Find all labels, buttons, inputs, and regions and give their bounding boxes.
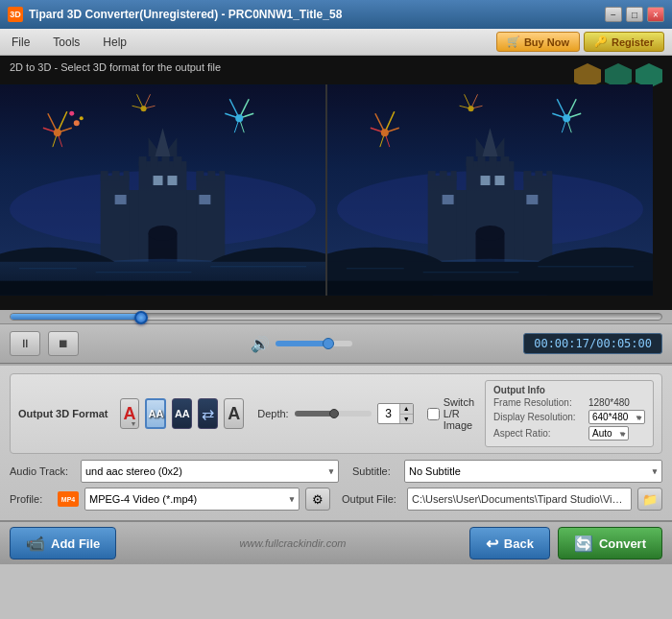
profile-select[interactable]: MPEG-4 Video (*.mp4) bbox=[84, 488, 300, 511]
display-resolution-label: Display Resolution: bbox=[493, 412, 585, 422]
back-button[interactable]: ↩ Back bbox=[469, 527, 550, 559]
svg-rect-36 bbox=[162, 156, 170, 166]
subtitle-select-wrapper[interactable]: No Subtitle ▼ bbox=[404, 460, 662, 483]
video-area: 2D to 3D - Select 3D format for the outp… bbox=[0, 56, 672, 310]
video-left bbox=[0, 84, 325, 296]
title-bar-left: 3D Tipard 3D Converter(Unregistered) - P… bbox=[8, 7, 342, 22]
svg-rect-88 bbox=[478, 156, 486, 166]
back-icon: ↩ bbox=[486, 535, 498, 553]
format-section: Output 3D Format A ▼ AA AA ⇄ A Depth: 3 bbox=[10, 373, 662, 454]
settings-button[interactable]: ⚙ bbox=[305, 488, 330, 511]
display-resolution-select[interactable]: 640*480 bbox=[588, 410, 645, 424]
svg-point-4 bbox=[69, 111, 74, 116]
svg-point-18 bbox=[235, 114, 243, 122]
svg-rect-28 bbox=[112, 171, 120, 180]
convert-button[interactable]: 🔄 Convert bbox=[558, 527, 662, 559]
close-button[interactable]: × bbox=[647, 7, 664, 22]
subtitle-select[interactable]: No Subtitle bbox=[404, 460, 662, 483]
svg-point-76 bbox=[468, 106, 474, 111]
depth-value: 3 bbox=[378, 407, 399, 420]
svg-rect-96 bbox=[443, 195, 454, 204]
menu-tools[interactable]: Tools bbox=[41, 32, 91, 53]
svg-point-2 bbox=[74, 120, 80, 126]
menu-bar: File Tools Help 🛒 Buy Now 🔑 Register bbox=[0, 29, 672, 56]
profile-icon: MP4 bbox=[58, 491, 79, 507]
svg-point-95 bbox=[476, 226, 505, 241]
svg-rect-32 bbox=[219, 171, 225, 180]
output-file-label: Output File: bbox=[342, 493, 401, 505]
svg-point-42 bbox=[149, 226, 178, 241]
aspect-ratio-select-wrapper[interactable]: Auto ▼ bbox=[588, 426, 629, 440]
format-btn-2[interactable]: AA bbox=[145, 398, 166, 429]
progress-container[interactable] bbox=[0, 310, 672, 323]
audio-track-select-wrapper[interactable]: und aac stereo (0x2) ▼ bbox=[81, 460, 339, 483]
format-btn-4[interactable]: ⇄ bbox=[198, 398, 218, 429]
frame-resolution-label: Frame Resolution: bbox=[493, 397, 585, 408]
svg-rect-82 bbox=[451, 171, 457, 180]
volume-area: 🔊 bbox=[251, 335, 352, 353]
progress-fill bbox=[11, 314, 141, 320]
output-info-title: Output Info bbox=[493, 385, 645, 395]
progress-track[interactable] bbox=[10, 313, 662, 321]
switch-lr-checkbox[interactable] bbox=[427, 408, 440, 420]
depth-value-box: 3 ▲ ▼ bbox=[377, 403, 414, 424]
minimize-button[interactable]: − bbox=[605, 7, 622, 22]
buy-now-label: Buy Now bbox=[524, 36, 569, 48]
svg-rect-84 bbox=[535, 171, 542, 180]
svg-rect-107 bbox=[327, 281, 653, 296]
format-btn-3[interactable]: AA bbox=[172, 398, 192, 429]
format-btn-1[interactable]: A ▼ bbox=[120, 398, 140, 429]
svg-rect-29 bbox=[124, 171, 130, 180]
svg-rect-44 bbox=[199, 195, 210, 204]
svg-rect-37 bbox=[173, 156, 181, 166]
register-button[interactable]: 🔑 Register bbox=[584, 32, 664, 52]
buy-now-button[interactable]: 🛒 Buy Now bbox=[496, 32, 580, 52]
depth-section: Depth: 3 ▲ ▼ bbox=[257, 403, 413, 424]
frame-resolution-value: 1280*480 bbox=[588, 397, 630, 408]
svg-rect-30 bbox=[196, 171, 204, 180]
audio-track-select[interactable]: und aac stereo (0x2) bbox=[81, 460, 339, 483]
profile-output-row: Profile: MP4 MPEG-4 Video (*.mp4) ▼ ⚙ Ou… bbox=[10, 488, 662, 511]
menu-file[interactable]: File bbox=[0, 32, 41, 53]
video-frame bbox=[0, 84, 653, 296]
svg-rect-87 bbox=[467, 156, 474, 166]
svg-rect-31 bbox=[207, 171, 215, 180]
output-file-value: C:\Users\User\Documents\Tipard Studio\Vi… bbox=[412, 493, 627, 505]
add-file-button[interactable]: 📹 Add File bbox=[10, 527, 116, 559]
time-display: 00:00:17/00:05:00 bbox=[523, 333, 662, 354]
pause-button[interactable]: ⏸ bbox=[10, 331, 40, 356]
display-resolution-select-wrapper[interactable]: 640*480 ▼ bbox=[588, 410, 645, 424]
convert-icon: 🔄 bbox=[574, 535, 593, 553]
svg-rect-43 bbox=[115, 195, 127, 204]
menu-help[interactable]: Help bbox=[91, 32, 138, 53]
add-file-label: Add File bbox=[51, 536, 100, 551]
svg-rect-45 bbox=[154, 176, 163, 185]
svg-point-23 bbox=[141, 106, 147, 111]
svg-rect-81 bbox=[440, 171, 447, 180]
aspect-ratio-select[interactable]: Auto bbox=[588, 426, 629, 440]
cart-icon: 🛒 bbox=[507, 36, 520, 48]
maximize-button[interactable]: □ bbox=[626, 7, 643, 22]
display-resolution-row: Display Resolution: 640*480 ▼ bbox=[493, 410, 645, 424]
browse-button[interactable]: 📁 bbox=[637, 488, 662, 511]
format-btn-5[interactable]: A bbox=[224, 398, 244, 429]
progress-knob[interactable] bbox=[134, 311, 148, 324]
bottom-panel: Output 3D Format A ▼ AA AA ⇄ A Depth: 3 bbox=[0, 364, 672, 520]
video-right bbox=[327, 84, 653, 296]
title-bar-controls[interactable]: − □ × bbox=[605, 7, 664, 22]
depth-spinners[interactable]: ▲ ▼ bbox=[399, 403, 413, 424]
convert-label: Convert bbox=[599, 536, 646, 551]
volume-knob bbox=[323, 338, 334, 349]
audio-track-label: Audio Track: bbox=[10, 465, 75, 477]
depth-up[interactable]: ▲ bbox=[400, 403, 413, 415]
volume-slider[interactable] bbox=[276, 341, 352, 346]
depth-down[interactable]: ▼ bbox=[400, 415, 413, 425]
stop-button[interactable]: ⏹ bbox=[48, 331, 79, 356]
profile-select-wrapper[interactable]: MPEG-4 Video (*.mp4) ▼ bbox=[84, 488, 300, 511]
svg-rect-34 bbox=[139, 156, 147, 166]
key-icon: 🔑 bbox=[594, 36, 608, 48]
depth-slider[interactable] bbox=[295, 411, 372, 417]
register-label: Register bbox=[612, 36, 654, 48]
svg-rect-83 bbox=[523, 171, 531, 180]
switch-lr[interactable]: Switch L/R Image bbox=[427, 396, 479, 431]
